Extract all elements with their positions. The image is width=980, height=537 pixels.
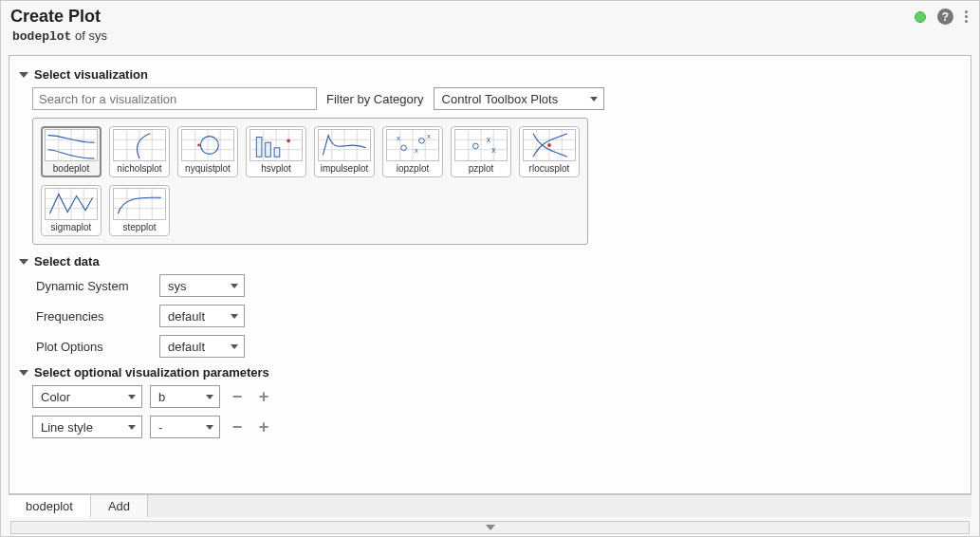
viz-thumb-icon [45,188,98,220]
plot-options-select[interactable]: default [159,335,245,358]
add-param-button[interactable]: + [254,387,273,406]
viz-item-nyquistplot[interactable]: nyquistplot [177,126,238,177]
viz-thumb-icon [181,129,234,161]
viz-label: bodeplot [53,163,89,174]
chevron-down-icon [206,425,213,430]
param-value-select[interactable]: b [150,385,220,408]
param-row: Line style - − + [32,416,961,438]
chevron-down-icon [486,525,495,530]
frequencies-select[interactable]: default [159,305,245,327]
viz-item-sigmaplot[interactable]: sigmaplot [41,185,102,236]
viz-thumb-icon [113,129,166,161]
frequencies-label: Frequencies [36,309,150,324]
tab-add[interactable]: Add [91,495,148,517]
remove-param-button[interactable]: − [228,387,247,406]
bottom-tabs: bodeplotAdd [9,494,971,517]
search-input[interactable] [32,87,317,110]
svg-point-46 [473,143,479,149]
viz-thumb-icon [318,129,371,161]
viz-item-stepplot[interactable]: stepplot [109,185,170,236]
svg-point-16 [197,144,200,147]
subtitle: bodeplot of sys [1,28,979,49]
param-row: Color b − + [32,385,961,408]
svg-point-15 [200,137,218,155]
subtitle-code: bodeplot [12,29,71,44]
remove-param-button[interactable]: − [228,417,247,436]
svg-rect-24 [274,148,280,157]
category-select[interactable]: Control Toolbox Plots [434,87,604,110]
param-name-select[interactable]: Color [32,385,142,408]
collapse-strip[interactable] [10,521,970,534]
viz-label: sigmaplot [51,222,92,232]
window-title: Create Plot [10,7,101,27]
tab-bodeplot[interactable]: bodeplot [9,495,91,517]
viz-item-rlocusplot[interactable]: rlocusplot [519,126,580,177]
chevron-down-icon [128,425,136,430]
viz-thumb-icon [113,188,166,220]
viz-thumb-icon: xxx [386,129,439,161]
viz-item-pzplot[interactable]: xxpzplot [451,126,511,177]
caret-down-icon [19,370,28,376]
svg-text:x: x [415,146,418,155]
section-select-visualization[interactable]: Select visualization [19,67,961,82]
chevron-down-icon [231,284,238,288]
viz-thumb-icon [250,129,303,161]
chevron-down-icon [231,344,238,349]
viz-label: hsvplot [261,163,291,174]
viz-label: nicholsplot [117,163,161,174]
body: Select visualization Filter by Category … [1,49,979,536]
viz-item-nicholsplot[interactable]: nicholsplot [109,126,170,177]
viz-label: stepplot [122,222,156,232]
chevron-down-icon [128,395,136,399]
create-plot-window: Create Plot ? bodeplot of sys Select vis… [0,0,980,537]
more-menu-icon[interactable] [963,9,970,25]
chevron-down-icon [590,97,598,102]
viz-item-iopzplot[interactable]: xxxiopzplot [382,126,443,177]
status-indicator-icon [915,11,926,23]
filter-label: Filter by Category [326,92,424,106]
param-value-select[interactable]: - [150,416,220,438]
caret-down-icon [19,259,28,265]
svg-text:x: x [427,132,431,140]
main-panel: Select visualization Filter by Category … [9,55,971,494]
section-select-data[interactable]: Select data [19,254,961,268]
param-name-select[interactable]: Line style [32,416,142,438]
dynamic-system-label: Dynamic System [36,279,150,293]
svg-text:x: x [491,145,496,155]
viz-thumb-icon [45,129,98,161]
viz-item-bodeplot[interactable]: bodeplot [41,126,102,177]
add-param-button[interactable]: + [254,417,273,436]
svg-rect-23 [266,142,271,157]
svg-point-37 [419,138,425,143]
caret-down-icon [19,72,28,78]
viz-label: nyquistplot [185,163,231,174]
chevron-down-icon [206,395,213,399]
viz-label: rlocusplot [529,163,570,174]
svg-text:x: x [397,134,400,142]
section-optional-params[interactable]: Select optional visualization parameters [19,365,961,380]
plot-options-label: Plot Options [36,340,150,354]
svg-point-54 [547,143,551,147]
viz-thumb-icon: xx [454,129,508,161]
viz-thumb-icon [523,129,576,161]
help-icon[interactable]: ? [937,9,953,25]
title-bar: Create Plot ? [1,1,979,28]
svg-rect-22 [256,138,262,157]
viz-label: iopzplot [397,163,429,174]
chevron-down-icon [231,314,238,319]
viz-label: impulseplot [321,163,369,174]
svg-point-25 [287,139,290,142]
subtitle-target: sys [89,28,108,43]
viz-item-hsvplot[interactable]: hsvplot [246,126,306,177]
viz-item-impulseplot[interactable]: impulseplot [314,126,375,177]
viz-label: pzplot [469,163,494,174]
visualization-gallery: bodeplotnicholsplotnyquistplothsvplotimp… [32,118,588,245]
dynamic-system-select[interactable]: sys [159,274,245,297]
